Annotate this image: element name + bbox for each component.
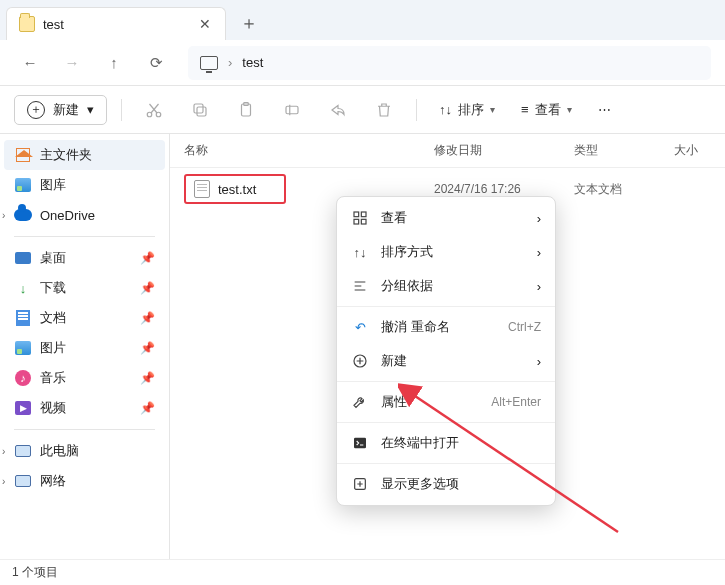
sidebar-item-label: 视频 bbox=[40, 399, 66, 417]
col-type[interactable]: 类型 bbox=[574, 142, 674, 159]
rename-button[interactable] bbox=[274, 92, 310, 128]
paste-button[interactable] bbox=[228, 92, 264, 128]
ctx-shortcut: Alt+Enter bbox=[491, 395, 541, 409]
more-options-icon bbox=[351, 475, 369, 493]
new-button[interactable]: ＋ 新建 ▾ bbox=[14, 95, 107, 125]
chevron-right-icon: › bbox=[2, 210, 5, 221]
chevron-right-icon: › bbox=[2, 476, 5, 487]
forward-button[interactable]: → bbox=[56, 47, 88, 79]
pin-icon: 📌 bbox=[140, 341, 155, 355]
gallery-icon bbox=[14, 176, 32, 194]
svg-rect-9 bbox=[354, 219, 359, 224]
more-button[interactable]: ⋯ bbox=[590, 96, 621, 123]
separator bbox=[337, 422, 555, 423]
ctx-label: 分组依据 bbox=[381, 277, 525, 295]
sidebar-item-desktop[interactable]: 桌面 📌 bbox=[4, 243, 165, 273]
grid-icon bbox=[351, 209, 369, 227]
titlebar: test ✕ ＋ bbox=[0, 0, 725, 40]
sidebar-item-music[interactable]: ♪ 音乐 📌 bbox=[4, 363, 165, 393]
sidebar-item-label: OneDrive bbox=[40, 208, 95, 223]
sidebar-item-gallery[interactable]: 图库 bbox=[4, 170, 165, 200]
wrench-icon bbox=[351, 393, 369, 411]
chevron-right-icon: › bbox=[537, 211, 541, 226]
sidebar-item-downloads[interactable]: ↓ 下载 📌 bbox=[4, 273, 165, 303]
svg-rect-8 bbox=[361, 212, 366, 217]
sidebar-item-network[interactable]: › 网络 bbox=[4, 466, 165, 496]
delete-button[interactable] bbox=[366, 92, 402, 128]
cut-button[interactable] bbox=[136, 92, 172, 128]
home-icon bbox=[14, 146, 32, 164]
network-icon bbox=[14, 472, 32, 490]
refresh-button[interactable]: ⟳ bbox=[140, 47, 172, 79]
close-tab-icon[interactable]: ✕ bbox=[197, 16, 213, 32]
ctx-properties[interactable]: 属性 Alt+Enter bbox=[337, 385, 555, 419]
ctx-terminal[interactable]: 在终端中打开 bbox=[337, 426, 555, 460]
col-date[interactable]: 修改日期 bbox=[434, 142, 574, 159]
ctx-label: 新建 bbox=[381, 352, 525, 370]
ctx-more-options[interactable]: 显示更多选项 bbox=[337, 467, 555, 501]
desktop-icon bbox=[14, 249, 32, 267]
new-label: 新建 bbox=[53, 101, 79, 119]
svg-rect-10 bbox=[361, 219, 366, 224]
pin-icon: 📌 bbox=[140, 251, 155, 265]
col-name[interactable]: 名称 bbox=[184, 142, 434, 159]
toolbar: ＋ 新建 ▾ ↑↓ 排序 ▾ ≡ 查看 ▾ ⋯ bbox=[0, 86, 725, 134]
ctx-view[interactable]: 查看 › bbox=[337, 201, 555, 235]
tab-current[interactable]: test ✕ bbox=[6, 7, 226, 40]
ctx-label: 排序方式 bbox=[381, 243, 525, 261]
sort-icon: ↑↓ bbox=[351, 243, 369, 261]
video-icon: ▶ bbox=[14, 399, 32, 417]
file-highlight-box: test.txt bbox=[184, 174, 286, 204]
file-type: 文本文档 bbox=[574, 181, 674, 198]
status-bar: 1 个项目 bbox=[0, 559, 725, 585]
sidebar-item-pictures[interactable]: 图片 📌 bbox=[4, 333, 165, 363]
folder-icon bbox=[19, 16, 35, 32]
context-menu: 查看 › ↑↓ 排序方式 › 分组依据 › ↶ 撤消 重命名 Ctrl+Z 新建… bbox=[336, 196, 556, 506]
ctx-label: 查看 bbox=[381, 209, 525, 227]
back-button[interactable]: ← bbox=[14, 47, 46, 79]
ctx-label: 撤消 重命名 bbox=[381, 318, 496, 336]
chevron-right-icon: › bbox=[537, 245, 541, 260]
sidebar-item-label: 桌面 bbox=[40, 249, 66, 267]
svg-rect-3 bbox=[194, 104, 203, 113]
sidebar-item-label: 网络 bbox=[40, 472, 66, 490]
copy-button[interactable] bbox=[182, 92, 218, 128]
music-icon: ♪ bbox=[14, 369, 32, 387]
sidebar-item-label: 下载 bbox=[40, 279, 66, 297]
separator bbox=[14, 429, 155, 430]
up-button[interactable]: ↑ bbox=[98, 47, 130, 79]
item-count: 1 个项目 bbox=[12, 564, 58, 581]
undo-icon: ↶ bbox=[351, 318, 369, 336]
ctx-label: 在终端中打开 bbox=[381, 434, 541, 452]
chevron-right-icon: › bbox=[2, 446, 5, 457]
file-date: 2024/7/16 17:26 bbox=[434, 182, 574, 196]
separator bbox=[416, 99, 417, 121]
sidebar-item-this-pc[interactable]: › 此电脑 bbox=[4, 436, 165, 466]
ctx-undo-rename[interactable]: ↶ 撤消 重命名 Ctrl+Z bbox=[337, 310, 555, 344]
address-bar[interactable]: › test bbox=[188, 46, 711, 80]
share-button[interactable] bbox=[320, 92, 356, 128]
new-tab-button[interactable]: ＋ bbox=[232, 6, 266, 40]
sidebar-item-onedrive[interactable]: › OneDrive bbox=[4, 200, 165, 230]
sidebar-item-label: 图片 bbox=[40, 339, 66, 357]
group-icon bbox=[351, 277, 369, 295]
breadcrumb[interactable]: test bbox=[242, 55, 263, 70]
svg-rect-6 bbox=[286, 106, 298, 114]
ctx-sort[interactable]: ↑↓ 排序方式 › bbox=[337, 235, 555, 269]
sidebar-item-home[interactable]: 主文件夹 bbox=[4, 140, 165, 170]
view-button[interactable]: ≡ 查看 ▾ bbox=[513, 95, 580, 125]
sidebar-item-label: 主文件夹 bbox=[40, 146, 92, 164]
ctx-group[interactable]: 分组依据 › bbox=[337, 269, 555, 303]
file-name: test.txt bbox=[218, 182, 256, 197]
pin-icon: 📌 bbox=[140, 281, 155, 295]
pin-icon: 📌 bbox=[140, 371, 155, 385]
sort-button[interactable]: ↑↓ 排序 ▾ bbox=[431, 95, 503, 125]
ctx-new[interactable]: 新建 › bbox=[337, 344, 555, 378]
sidebar-item-label: 图库 bbox=[40, 176, 66, 194]
sidebar-item-videos[interactable]: ▶ 视频 📌 bbox=[4, 393, 165, 423]
ctx-shortcut: Ctrl+Z bbox=[508, 320, 541, 334]
sort-label: 排序 bbox=[458, 101, 484, 119]
sidebar-item-documents[interactable]: 文档 📌 bbox=[4, 303, 165, 333]
col-size[interactable]: 大小 bbox=[674, 142, 711, 159]
plus-icon: ＋ bbox=[27, 101, 45, 119]
